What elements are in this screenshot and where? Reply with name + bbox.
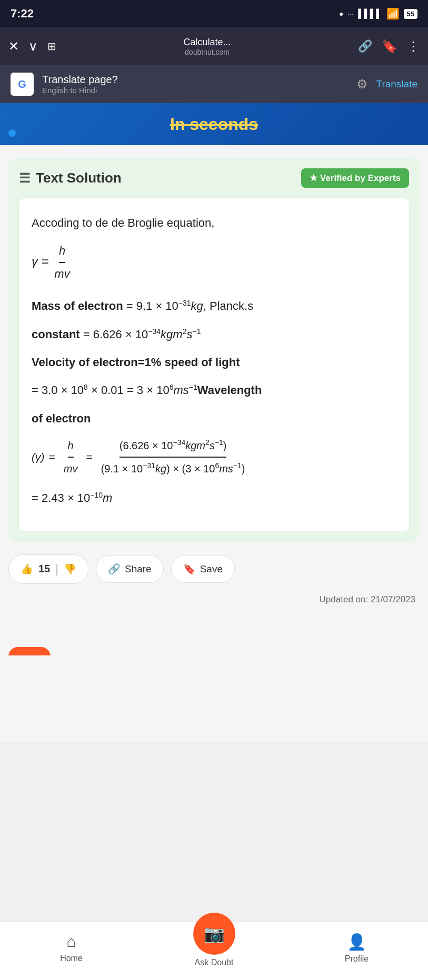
thumbs-up-icon: 👍 bbox=[21, 563, 33, 575]
document-icon: ☰ bbox=[19, 171, 31, 186]
solution-card: ☰ Text Solution ★ Verified by Experts Ac… bbox=[8, 158, 420, 542]
signal-icon: ● bbox=[339, 9, 343, 18]
velocity-calc: = 3.0 × 108 × 0.01 = 3 × 106ms−1Waveleng… bbox=[32, 380, 396, 400]
translate-button[interactable]: Translate bbox=[376, 78, 418, 90]
updated-date: Updated on: 21/07/2023 bbox=[8, 594, 420, 605]
signal-bars-icon: ▌▌▌▌ bbox=[358, 9, 382, 18]
home-icon: ⌂ bbox=[66, 933, 76, 951]
share-label: Share bbox=[125, 563, 152, 575]
chevron-down-icon[interactable]: ∨ bbox=[28, 39, 38, 54]
share-icon: 🔗 bbox=[108, 563, 121, 575]
translate-title: Translate page? bbox=[42, 74, 348, 86]
wavelength-equation: (γ) = h mv = (6.626 × 10−34kgm2s−1) (9.1… bbox=[32, 437, 396, 478]
translate-text-area: Translate page? English to Hindi bbox=[42, 74, 348, 95]
verified-badge-text: ★ Verified by Experts bbox=[310, 173, 401, 184]
numeric-fraction: (6.626 × 10−34kgm2s−1) (9.1 × 10−31kg) ×… bbox=[101, 437, 245, 478]
camera-button[interactable]: 📷 bbox=[193, 913, 235, 955]
close-icon[interactable]: ✕ bbox=[8, 39, 19, 54]
status-icons: ● ··· ▌▌▌▌ 📶 55 bbox=[339, 7, 417, 20]
share-icon[interactable]: 🔗 bbox=[358, 39, 372, 53]
home-nav-item[interactable]: ⌂ Home bbox=[0, 933, 143, 963]
hero-banner: In seconds bbox=[0, 103, 428, 145]
toolbar-right-icons: 🔗 🔖 ⋮ bbox=[358, 39, 420, 54]
solution-text-box: Accoding to de de Broglie equation, γ = … bbox=[19, 198, 409, 531]
page-title: Calculate... bbox=[183, 37, 231, 48]
constant-line: constant = 6.626 × 10−34kgm2s−1 bbox=[32, 325, 396, 344]
opening-line: Accoding to de de Broglie equation, bbox=[32, 213, 396, 233]
translate-subtitle: English to Hindi bbox=[42, 86, 348, 95]
status-time: 7:22 bbox=[11, 7, 34, 21]
share-button[interactable]: 🔗 Share bbox=[96, 555, 164, 583]
result-line: = 2.43 × 10−10m bbox=[32, 488, 396, 508]
bookmark-icon[interactable]: 🔖 bbox=[382, 39, 397, 54]
solution-title-text: Text Solution bbox=[36, 170, 122, 186]
more-options-icon[interactable]: ⋮ bbox=[407, 39, 420, 54]
ask-doubt-nav-item[interactable]: 📷 Ask Doubt bbox=[143, 928, 285, 967]
tabs-icon[interactable]: ⊞ bbox=[47, 40, 56, 53]
verified-badge: ★ Verified by Experts bbox=[301, 168, 409, 188]
h-mv-fraction: h mv bbox=[64, 437, 78, 478]
domain-label: doubtnut.com bbox=[185, 48, 230, 56]
translate-banner: G Translate page? English to Hindi ⚙ Tra… bbox=[0, 65, 428, 103]
fraction-h-mv: h mv bbox=[54, 241, 69, 284]
battery-indicator: 55 bbox=[404, 9, 417, 19]
hero-dot bbox=[8, 129, 16, 137]
save-label: Save bbox=[200, 563, 223, 575]
solution-title: ☰ Text Solution bbox=[19, 170, 122, 186]
bottom-spacer bbox=[8, 655, 420, 729]
mass-line: Mass of electron = 9.1 × 10−31kg, Planck… bbox=[32, 296, 396, 316]
dots-icon: ··· bbox=[348, 9, 354, 18]
like-count: 15 bbox=[38, 563, 50, 575]
divider: | bbox=[55, 562, 58, 576]
partial-content bbox=[8, 613, 420, 655]
bottom-navigation: ⌂ Home 📷 Ask Doubt 👤 Profile bbox=[0, 922, 428, 980]
velocity-line: Velocity of electron=1% speed of light bbox=[32, 352, 396, 372]
solution-header: ☰ Text Solution ★ Verified by Experts bbox=[19, 168, 409, 188]
camera-icon: 📷 bbox=[204, 924, 225, 944]
browser-toolbar: ✕ ∨ ⊞ Calculate... doubtnut.com 🔗 🔖 ⋮ bbox=[0, 27, 428, 65]
like-dislike-button[interactable]: 👍 15 | 👎 bbox=[8, 554, 88, 584]
profile-icon: 👤 bbox=[347, 933, 366, 951]
gear-icon[interactable]: ⚙ bbox=[356, 77, 368, 92]
url-area[interactable]: Calculate... doubtnut.com bbox=[66, 37, 349, 56]
google-translate-icon: G bbox=[11, 73, 34, 96]
save-icon: 🔖 bbox=[183, 563, 196, 575]
hero-text: In seconds bbox=[170, 115, 258, 134]
partial-cta-button[interactable] bbox=[8, 647, 51, 655]
action-row: 👍 15 | 👎 🔗 Share 🔖 Save bbox=[8, 554, 420, 584]
home-label: Home bbox=[60, 954, 83, 963]
main-content: ☰ Text Solution ★ Verified by Experts Ac… bbox=[0, 145, 428, 742]
ask-doubt-label: Ask Doubt bbox=[195, 958, 234, 967]
status-bar: 7:22 ● ··· ▌▌▌▌ 📶 55 bbox=[0, 0, 428, 27]
save-button[interactable]: 🔖 Save bbox=[171, 555, 235, 583]
of-electron-label: of electron bbox=[32, 409, 396, 428]
profile-nav-item[interactable]: 👤 Profile bbox=[285, 933, 428, 964]
thumbs-down-icon: 👎 bbox=[64, 563, 76, 575]
wifi-icon: 📶 bbox=[386, 7, 400, 20]
broglie-formula: γ = h mv bbox=[32, 241, 396, 284]
profile-label: Profile bbox=[345, 954, 369, 964]
